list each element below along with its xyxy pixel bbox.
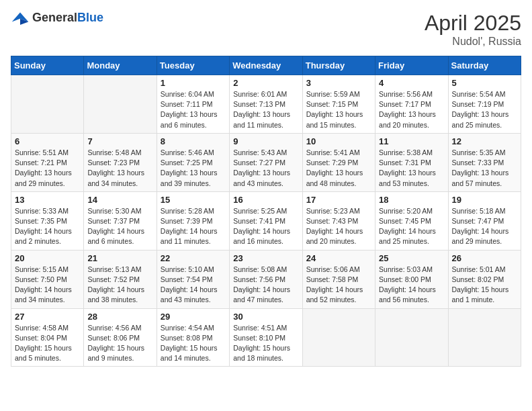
day-number: 18 [379,195,444,205]
weekday-header-thursday: Thursday [302,56,375,75]
weekday-header-saturday: Saturday [448,56,521,75]
calendar-cell: 4Sunrise: 5:56 AM Sunset: 7:17 PM Daylig… [375,75,448,134]
calendar-cell: 1Sunrise: 6:04 AM Sunset: 7:11 PM Daylig… [157,75,229,134]
calendar-cell: 8Sunrise: 5:46 AM Sunset: 7:25 PM Daylig… [157,133,229,191]
day-number: 1 [161,78,226,88]
day-info: Sunrise: 5:48 AM Sunset: 7:23 PM Dayligh… [87,148,152,189]
calendar-cell: 28Sunrise: 4:56 AM Sunset: 8:06 PM Dayli… [84,308,157,367]
calendar-cell [302,308,375,367]
day-info: Sunrise: 5:28 AM Sunset: 7:39 PM Dayligh… [161,206,226,247]
calendar-cell: 20Sunrise: 5:15 AM Sunset: 7:50 PM Dayli… [11,250,84,308]
day-info: Sunrise: 5:25 AM Sunset: 7:41 PM Dayligh… [233,206,298,247]
day-info: Sunrise: 5:51 AM Sunset: 7:21 PM Dayligh… [15,148,80,189]
day-info: Sunrise: 6:01 AM Sunset: 7:13 PM Dayligh… [233,89,298,130]
day-info: Sunrise: 5:20 AM Sunset: 7:45 PM Dayligh… [379,206,444,247]
day-number: 22 [161,253,226,263]
day-info: Sunrise: 5:01 AM Sunset: 8:02 PM Dayligh… [452,265,517,306]
day-info: Sunrise: 5:41 AM Sunset: 7:29 PM Dayligh… [306,148,371,189]
page-header: GeneralBlue April 2025 Nudol', Russia [11,11,521,48]
calendar-cell: 30Sunrise: 4:51 AM Sunset: 8:10 PM Dayli… [230,308,302,367]
calendar-cell: 14Sunrise: 5:30 AM Sunset: 7:37 PM Dayli… [84,191,157,250]
day-info: Sunrise: 5:15 AM Sunset: 7:50 PM Dayligh… [15,265,80,306]
day-number: 21 [87,253,152,263]
day-info: Sunrise: 4:51 AM Sunset: 8:10 PM Dayligh… [233,323,298,364]
weekday-header-tuesday: Tuesday [157,56,229,75]
day-info: Sunrise: 5:46 AM Sunset: 7:25 PM Dayligh… [161,148,226,189]
day-info: Sunrise: 4:54 AM Sunset: 8:08 PM Dayligh… [161,323,226,364]
day-info: Sunrise: 5:08 AM Sunset: 7:56 PM Dayligh… [233,265,298,306]
day-number: 9 [233,136,298,146]
day-number: 23 [233,253,298,263]
weekday-header-friday: Friday [375,56,448,75]
day-info: Sunrise: 5:23 AM Sunset: 7:43 PM Dayligh… [306,206,371,247]
title-block: April 2025 Nudol', Russia [425,11,521,48]
calendar-cell [375,308,448,367]
calendar-table: SundayMondayTuesdayWednesdayThursdayFrid… [11,56,521,367]
calendar-cell: 3Sunrise: 5:59 AM Sunset: 7:15 PM Daylig… [302,75,375,134]
calendar-week-row: 13Sunrise: 5:33 AM Sunset: 7:35 PM Dayli… [11,191,521,250]
calendar-cell: 24Sunrise: 5:06 AM Sunset: 7:58 PM Dayli… [302,250,375,308]
calendar-cell: 11Sunrise: 5:38 AM Sunset: 7:31 PM Dayli… [375,133,448,191]
day-number: 17 [306,195,371,205]
calendar-cell: 19Sunrise: 5:18 AM Sunset: 7:47 PM Dayli… [448,191,521,250]
calendar-week-row: 1Sunrise: 6:04 AM Sunset: 7:11 PM Daylig… [11,75,521,134]
day-info: Sunrise: 5:10 AM Sunset: 7:54 PM Dayligh… [161,265,226,306]
day-number: 15 [161,195,226,205]
day-number: 8 [161,136,226,146]
calendar-cell: 18Sunrise: 5:20 AM Sunset: 7:45 PM Dayli… [375,191,448,250]
weekday-header-wednesday: Wednesday [230,56,302,75]
day-number: 25 [379,253,444,263]
day-info: Sunrise: 5:54 AM Sunset: 7:19 PM Dayligh… [452,89,517,130]
day-info: Sunrise: 5:59 AM Sunset: 7:15 PM Dayligh… [306,89,371,130]
calendar-cell [11,75,84,134]
day-info: Sunrise: 5:33 AM Sunset: 7:35 PM Dayligh… [15,206,80,247]
day-info: Sunrise: 5:13 AM Sunset: 7:52 PM Dayligh… [87,265,152,306]
weekday-header-row: SundayMondayTuesdayWednesdayThursdayFrid… [11,56,521,75]
day-number: 7 [87,136,152,146]
day-number: 3 [306,78,371,88]
weekday-header-sunday: Sunday [11,56,84,75]
calendar-week-row: 20Sunrise: 5:15 AM Sunset: 7:50 PM Dayli… [11,250,521,308]
day-number: 19 [452,195,517,205]
calendar-cell: 16Sunrise: 5:25 AM Sunset: 7:41 PM Dayli… [230,191,302,250]
calendar-cell: 6Sunrise: 5:51 AM Sunset: 7:21 PM Daylig… [11,133,84,191]
logo: GeneralBlue [11,11,103,25]
day-info: Sunrise: 5:03 AM Sunset: 8:00 PM Dayligh… [379,265,444,306]
day-info: Sunrise: 5:06 AM Sunset: 7:58 PM Dayligh… [306,265,371,306]
day-info: Sunrise: 6:04 AM Sunset: 7:11 PM Dayligh… [161,89,226,130]
calendar-cell: 12Sunrise: 5:35 AM Sunset: 7:33 PM Dayli… [448,133,521,191]
day-info: Sunrise: 5:56 AM Sunset: 7:17 PM Dayligh… [379,89,444,130]
day-number: 30 [233,312,298,322]
weekday-header-monday: Monday [84,56,157,75]
logo-icon [11,11,30,25]
calendar-cell: 17Sunrise: 5:23 AM Sunset: 7:43 PM Dayli… [302,191,375,250]
day-number: 10 [306,136,371,146]
day-number: 20 [15,253,80,263]
calendar-cell: 5Sunrise: 5:54 AM Sunset: 7:19 PM Daylig… [448,75,521,134]
calendar-cell: 25Sunrise: 5:03 AM Sunset: 8:00 PM Dayli… [375,250,448,308]
day-number: 13 [15,195,80,205]
calendar-cell: 13Sunrise: 5:33 AM Sunset: 7:35 PM Dayli… [11,191,84,250]
day-number: 6 [15,136,80,146]
day-number: 28 [87,312,152,322]
day-number: 26 [452,253,517,263]
calendar-cell: 21Sunrise: 5:13 AM Sunset: 7:52 PM Dayli… [84,250,157,308]
calendar-cell: 15Sunrise: 5:28 AM Sunset: 7:39 PM Dayli… [157,191,229,250]
day-number: 14 [87,195,152,205]
calendar-cell: 10Sunrise: 5:41 AM Sunset: 7:29 PM Dayli… [302,133,375,191]
day-number: 24 [306,253,371,263]
day-number: 27 [15,312,80,322]
calendar-cell: 9Sunrise: 5:43 AM Sunset: 7:27 PM Daylig… [230,133,302,191]
calendar-cell: 7Sunrise: 5:48 AM Sunset: 7:23 PM Daylig… [84,133,157,191]
calendar-cell: 29Sunrise: 4:54 AM Sunset: 8:08 PM Dayli… [157,308,229,367]
day-number: 2 [233,78,298,88]
day-info: Sunrise: 4:58 AM Sunset: 8:04 PM Dayligh… [15,323,80,364]
day-number: 12 [452,136,517,146]
calendar-cell: 2Sunrise: 6:01 AM Sunset: 7:13 PM Daylig… [230,75,302,134]
day-number: 16 [233,195,298,205]
day-info: Sunrise: 5:35 AM Sunset: 7:33 PM Dayligh… [452,148,517,189]
day-number: 5 [452,78,517,88]
calendar-cell: 22Sunrise: 5:10 AM Sunset: 7:54 PM Dayli… [157,250,229,308]
day-number: 4 [379,78,444,88]
day-info: Sunrise: 5:43 AM Sunset: 7:27 PM Dayligh… [233,148,298,189]
